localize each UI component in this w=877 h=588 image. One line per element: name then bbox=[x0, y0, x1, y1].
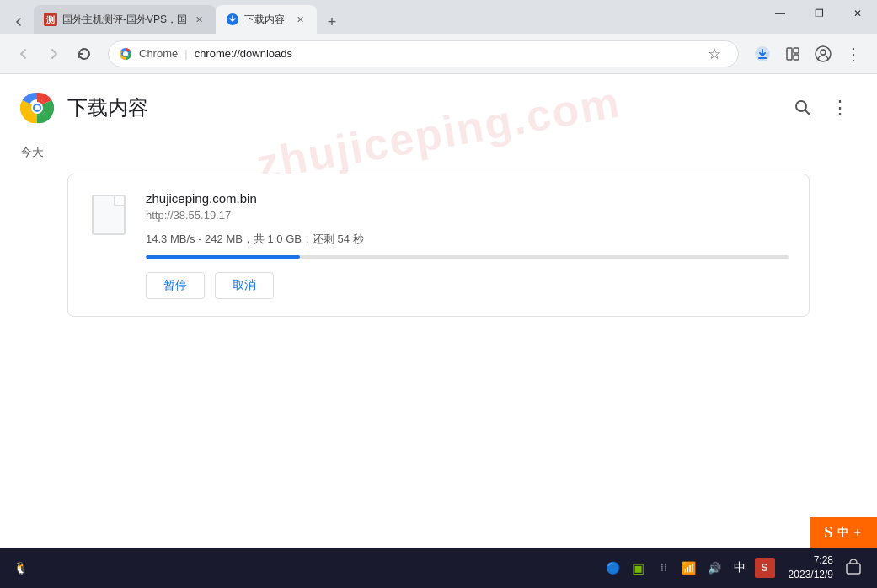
forward-button[interactable] bbox=[40, 40, 67, 67]
reload-button[interactable] bbox=[71, 40, 98, 67]
window-controls: — ❐ ✕ bbox=[761, 0, 877, 27]
file-icon bbox=[92, 195, 126, 235]
taskbar-clock[interactable]: 7:28 2023/12/9 bbox=[789, 553, 833, 582]
svg-point-15 bbox=[35, 105, 40, 110]
toolbar: Chrome | chrome://downloads ☆ ⋮ bbox=[0, 34, 877, 74]
chrome-logo-large bbox=[20, 91, 54, 125]
tab-2[interactable]: 下载内容 ✕ bbox=[216, 5, 317, 34]
minimize-button[interactable]: — bbox=[761, 0, 799, 27]
taskbar-system-icons: 🔵 ▣ ⁞⁞ 📶 🔊 中 S bbox=[603, 558, 775, 578]
bookmark-button[interactable]: ☆ bbox=[701, 40, 728, 67]
taskbar-ime-icon[interactable]: 中 bbox=[730, 558, 750, 578]
cancel-button[interactable]: 取消 bbox=[215, 272, 274, 299]
tab2-favicon bbox=[226, 13, 239, 26]
tabs-area: 测 国外主机测评-国外VPS，国 ✕ 下载内容 ✕ + bbox=[0, 0, 344, 34]
address-bar[interactable]: Chrome | chrome://downloads ☆ bbox=[108, 40, 739, 67]
download-url: http://38.55.19.17 bbox=[146, 209, 789, 222]
progress-bar-container bbox=[146, 255, 789, 259]
taskbar-bluetooth-icon[interactable]: 🔵 bbox=[603, 558, 623, 578]
svg-rect-8 bbox=[794, 48, 799, 53]
tab-scroll-left[interactable] bbox=[7, 10, 30, 34]
sogou-chinese-label: 中 ＋ bbox=[837, 525, 863, 540]
svg-rect-7 bbox=[787, 48, 792, 60]
clock-date: 2023/12/9 bbox=[789, 568, 833, 582]
page-actions: ⋮ bbox=[786, 91, 857, 125]
address-url: chrome://downloads bbox=[195, 47, 694, 60]
progress-bar-fill bbox=[146, 255, 300, 259]
search-button[interactable] bbox=[786, 91, 820, 125]
tab1-title: 国外主机测评-国外VPS，国 bbox=[62, 13, 187, 27]
download-status: 14.3 MB/s - 242 MB，共 1.0 GB，还剩 54 秒 bbox=[146, 232, 789, 247]
chrome-favicon-icon bbox=[119, 47, 132, 61]
tab2-close[interactable]: ✕ bbox=[293, 13, 307, 26]
taskbar-apps-icon[interactable]: ⁞⁞ bbox=[654, 558, 674, 578]
svg-point-11 bbox=[821, 50, 826, 55]
taskbar-network-icon[interactable]: 📶 bbox=[679, 558, 699, 578]
file-icon-container bbox=[88, 191, 129, 238]
taskbar-gpu-icon[interactable]: ▣ bbox=[628, 558, 649, 578]
svg-text:测: 测 bbox=[46, 15, 55, 24]
download-info: zhujiceping.com.bin http://38.55.19.17 1… bbox=[146, 191, 789, 299]
sogou-ime-indicator[interactable]: S 中 ＋ bbox=[810, 517, 877, 548]
extension-button[interactable] bbox=[779, 40, 806, 67]
page-menu-button[interactable]: ⋮ bbox=[823, 91, 857, 125]
chrome-label: Chrome bbox=[139, 47, 178, 60]
close-button[interactable]: ✕ bbox=[838, 0, 877, 27]
download-buttons: 暂停 取消 bbox=[146, 272, 789, 299]
downloads-page: zhujiceping.com 下载内容 bbox=[0, 74, 877, 548]
new-tab-button[interactable]: + bbox=[320, 10, 344, 34]
section-today: 今天 bbox=[0, 138, 877, 167]
svg-line-17 bbox=[805, 110, 810, 115]
page-header: 下载内容 ⋮ bbox=[0, 74, 877, 138]
svg-rect-9 bbox=[794, 55, 799, 60]
taskbar-volume-icon[interactable]: 🔊 bbox=[704, 558, 725, 578]
download-card: zhujiceping.com.bin http://38.55.19.17 1… bbox=[67, 174, 810, 317]
sogou-s-icon: S bbox=[824, 524, 832, 542]
svg-rect-18 bbox=[847, 564, 860, 574]
profile-button[interactable] bbox=[810, 40, 837, 67]
taskbar-penguin-icon[interactable]: 🐧 bbox=[10, 558, 30, 578]
download-active-button[interactable] bbox=[749, 40, 776, 67]
pause-button[interactable]: 暂停 bbox=[146, 272, 205, 299]
svg-point-4 bbox=[123, 51, 128, 56]
back-button[interactable] bbox=[10, 40, 37, 67]
restore-button[interactable]: ❐ bbox=[799, 0, 838, 27]
page-title: 下载内容 bbox=[67, 94, 148, 121]
taskbar-notification-button[interactable] bbox=[840, 554, 867, 581]
tab-1[interactable]: 测 国外主机测评-国外VPS，国 ✕ bbox=[34, 5, 216, 34]
taskbar-sogou-icon[interactable]: S bbox=[755, 558, 775, 578]
page-title-area: 下载内容 bbox=[20, 91, 148, 125]
clock-time: 7:28 bbox=[814, 553, 833, 568]
tab1-favicon: 测 bbox=[44, 13, 57, 26]
address-separator: | bbox=[184, 47, 187, 60]
download-filename: zhujiceping.com.bin bbox=[146, 191, 789, 206]
taskbar: 🐧 🔵 ▣ ⁞⁞ 📶 🔊 中 S 7:28 2023/12/9 bbox=[0, 548, 877, 588]
tab1-close[interactable]: ✕ bbox=[192, 13, 206, 26]
tab2-title: 下载内容 bbox=[244, 13, 288, 27]
title-bar: 测 国外主机测评-国外VPS，国 ✕ 下载内容 ✕ + — ❐ ✕ bbox=[0, 0, 877, 34]
menu-button[interactable]: ⋮ bbox=[840, 40, 867, 67]
